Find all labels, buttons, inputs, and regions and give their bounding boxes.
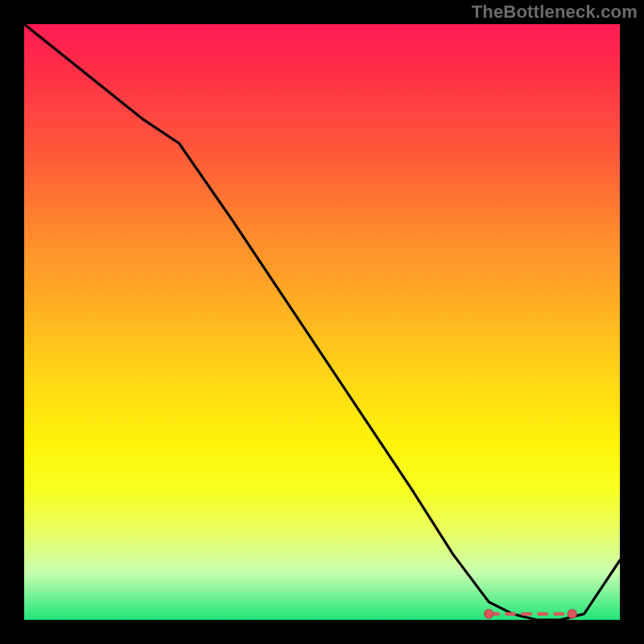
marker-endpoint <box>568 609 576 618</box>
plot-area <box>24 24 620 620</box>
marker-endpoint <box>485 609 493 618</box>
marker-dash <box>537 612 548 615</box>
marker-group <box>485 609 577 618</box>
line-plot-svg <box>24 24 620 620</box>
chart-frame: TheBottleneck.com <box>0 0 644 644</box>
marker-dash <box>521 612 532 615</box>
marker-dash <box>505 612 516 615</box>
watermark-text: TheBottleneck.com <box>472 2 638 23</box>
curve-path <box>24 24 620 620</box>
marker-dash <box>553 612 564 615</box>
curve-group <box>24 24 620 620</box>
